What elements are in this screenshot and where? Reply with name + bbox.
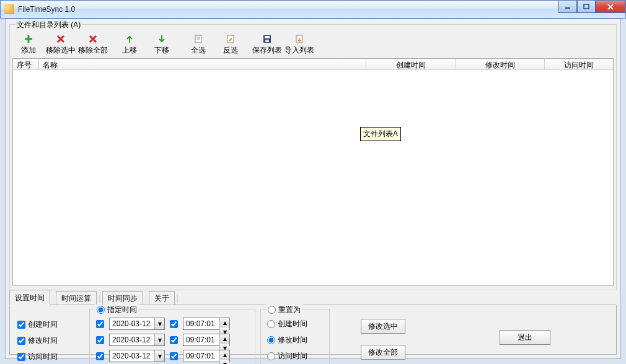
modify-selected-button[interactable]: 修改选中 xyxy=(361,319,405,334)
time-spin-3[interactable]: 09:07:01▴▾ xyxy=(183,350,230,362)
radio-ctime[interactable]: 创建时间 xyxy=(267,319,307,329)
tab-set-time[interactable]: 设置时间 xyxy=(9,290,50,306)
chevron-down-icon: ▾ xyxy=(154,334,164,345)
floppy-icon xyxy=(262,34,272,44)
chk-mtime[interactable]: 修改时间 xyxy=(17,336,58,346)
file-list-legend: 文件和目录列表 (A) xyxy=(15,20,82,30)
arrow-up-icon xyxy=(125,34,134,44)
col-name[interactable]: 名称 xyxy=(39,59,366,69)
chk-ctime[interactable]: 创建时间 xyxy=(17,319,58,330)
page-icon xyxy=(193,34,203,44)
fieldset-reset: 重置为 创建时间 修改时间 访问时间 xyxy=(260,309,330,364)
chk-atime[interactable]: 访问时间 xyxy=(17,352,58,362)
spin-down-icon[interactable]: ▾ xyxy=(219,360,229,364)
date-combo-2[interactable]: 2020-03-12▾ xyxy=(109,334,165,346)
x-red-icon xyxy=(56,34,66,44)
select-all-button[interactable]: 全选 xyxy=(182,34,214,56)
tab-about[interactable]: 关于 xyxy=(149,291,175,305)
page-arrow-icon xyxy=(226,34,236,44)
tab-bar: 设置时间 时间运算 时间同步 关于 xyxy=(9,293,617,305)
remove-all-button[interactable]: 移除全部 xyxy=(77,34,109,56)
title-bar: FileTimeSync 1.0 xyxy=(0,0,626,19)
col-mtime[interactable]: 修改时间 xyxy=(456,59,545,69)
radio-atime[interactable]: 访问时间 xyxy=(267,351,307,362)
close-button[interactable] xyxy=(596,1,625,13)
maximize-button[interactable] xyxy=(577,1,596,13)
col-ctime[interactable]: 创建时间 xyxy=(366,59,456,69)
chevron-down-icon: ▾ xyxy=(154,350,164,362)
invert-button[interactable]: 反选 xyxy=(214,34,247,56)
arrow-down-icon xyxy=(157,34,167,44)
svg-rect-0 xyxy=(565,7,570,9)
move-up-button[interactable]: 上移 xyxy=(113,34,146,56)
x-red-icon xyxy=(88,34,98,44)
move-down-button[interactable]: 下移 xyxy=(146,34,178,56)
date-combo-3[interactable]: 2020-03-12▾ xyxy=(109,350,165,362)
time-spin-2[interactable]: 09:07:01▴▾ xyxy=(183,334,230,346)
chk-date-3[interactable] xyxy=(96,352,104,360)
save-list-button[interactable]: 保存列表 xyxy=(251,34,283,56)
page-import-icon xyxy=(294,34,304,44)
chk-time-3[interactable] xyxy=(170,352,178,360)
file-list-group: 文件和目录列表 (A) 添加 移除选中 移除全部 上移 下移 xyxy=(9,24,617,290)
minimize-button[interactable] xyxy=(558,1,577,13)
svg-rect-6 xyxy=(265,40,269,42)
add-button[interactable]: 添加 xyxy=(12,34,45,56)
svg-rect-5 xyxy=(265,36,270,38)
date-combo-1[interactable]: 2020-03-12▾ xyxy=(109,318,165,330)
app-icon xyxy=(4,4,14,14)
chk-time-2[interactable] xyxy=(170,336,178,344)
fieldset-specified-time: 指定时间 2020-03-12▾ 09:07:01▴▾ 2020-03-12▾ … xyxy=(89,309,255,364)
file-table[interactable]: 序号 名称 创建时间 修改时间 访问时间 文件列表A xyxy=(12,58,614,286)
tab-time-sync[interactable]: 时间同步 xyxy=(102,291,143,305)
tooltip: 文件列表A xyxy=(360,127,401,141)
radio-specified-time[interactable]: 指定时间 xyxy=(97,305,137,315)
spin-up-icon[interactable]: ▴ xyxy=(219,318,229,327)
toolbar: 添加 移除选中 移除全部 上移 下移 全选 xyxy=(12,31,614,56)
import-list-button[interactable]: 导入列表 xyxy=(283,34,315,56)
tab-time-calc[interactable]: 时间运算 xyxy=(56,291,97,305)
table-header: 序号 名称 创建时间 修改时间 访问时间 xyxy=(13,59,613,70)
exit-button[interactable]: 退出 xyxy=(500,330,550,345)
remove-selected-button[interactable]: 移除选中 xyxy=(45,34,77,56)
col-index[interactable]: 序号 xyxy=(13,59,39,69)
chk-date-2[interactable] xyxy=(96,336,104,344)
svg-rect-1 xyxy=(584,4,589,9)
radio-mtime[interactable]: 修改时间 xyxy=(267,335,307,345)
tab-panel: 创建时间 修改时间 访问时间 指定时间 2020-03-12▾ 09:07:01… xyxy=(9,305,617,355)
window-title: FileTimeSync 1.0 xyxy=(18,5,75,14)
plus-green-icon xyxy=(24,34,33,44)
radio-reset[interactable]: 重置为 xyxy=(268,305,301,315)
time-spin-1[interactable]: 09:07:01▴▾ xyxy=(183,318,230,330)
table-body[interactable]: 文件列表A xyxy=(13,70,613,285)
chevron-down-icon: ▾ xyxy=(154,318,164,329)
client-area: 文件和目录列表 (A) 添加 移除选中 移除全部 上移 下移 xyxy=(5,19,621,359)
spin-up-icon[interactable]: ▴ xyxy=(219,334,229,344)
chk-date-1[interactable] xyxy=(96,320,104,328)
col-atime[interactable]: 访问时间 xyxy=(545,59,613,69)
chk-time-1[interactable] xyxy=(170,320,178,328)
modify-all-button[interactable]: 修改全部 xyxy=(361,345,405,360)
spin-up-icon[interactable]: ▴ xyxy=(219,350,229,360)
